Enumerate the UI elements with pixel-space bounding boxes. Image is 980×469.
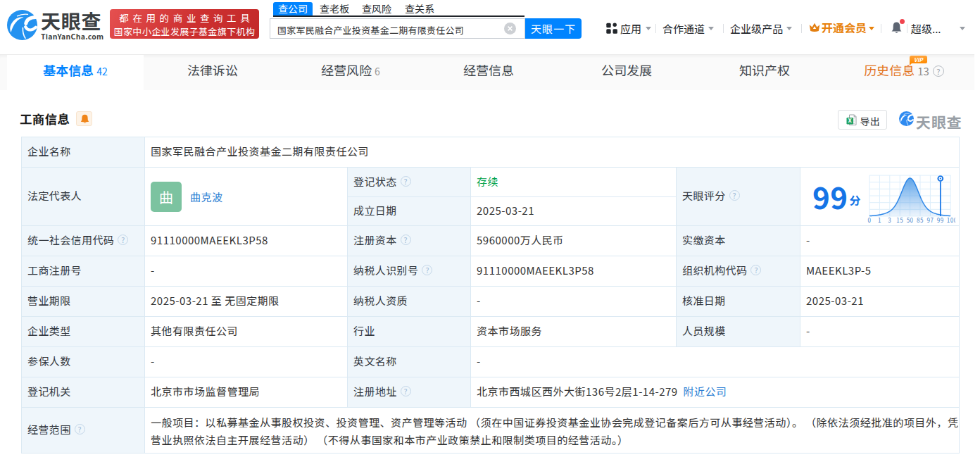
svg-text:85: 85 — [917, 216, 924, 224]
svg-text:97: 97 — [926, 216, 934, 224]
svg-text:1: 1 — [878, 216, 881, 224]
svg-text:99: 99 — [937, 216, 944, 224]
svg-text:3: 3 — [888, 216, 891, 224]
svg-text:100: 100 — [947, 216, 955, 224]
svg-text:X: X — [848, 115, 853, 124]
svg-text:50: 50 — [907, 216, 914, 224]
svg-text:15: 15 — [896, 216, 903, 224]
svg-text:0: 0 — [868, 216, 872, 224]
